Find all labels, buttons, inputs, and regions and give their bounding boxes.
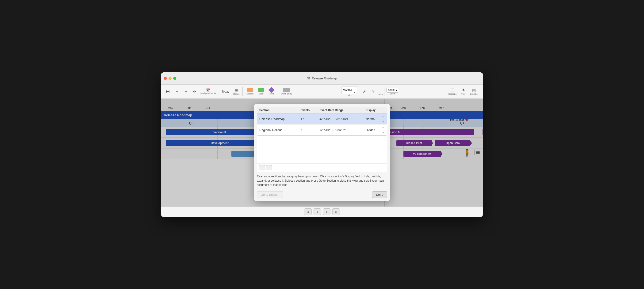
point-icon <box>268 87 274 93</box>
bottom-nav: « ‹ › » <box>161 206 483 217</box>
close-button[interactable] <box>164 77 167 80</box>
sections-table: Section Events Event Date Range Display … <box>257 107 387 135</box>
table-header-row: Section Events Event Date Range Display <box>257 107 387 114</box>
cell-display[interactable]: Hidden ⌃⌄ <box>363 125 387 136</box>
toolbar: ⏮ ← → ⏭ 📅 Navigate Events Today ⊞ Ra <box>161 85 483 99</box>
filter-button[interactable]: ⚗ Filter <box>459 87 467 96</box>
calendar-icon: 📅 <box>206 88 210 92</box>
cell-date-range: 4/1/2020 – 3/31/2021 <box>317 114 363 125</box>
minimize-button[interactable] <box>168 77 172 80</box>
col-section: Section <box>257 107 298 114</box>
display-stepper-0[interactable]: ⌃⌄ <box>382 115 385 123</box>
add-section-button[interactable]: + <box>259 165 265 170</box>
window-title: 📅 Release Roadmap <box>307 77 337 80</box>
titlebar: 📅 Release Roadmap <box>161 72 483 85</box>
done-button[interactable]: Done <box>372 191 387 198</box>
scale-group: ⤢ ⤡ Scale <box>359 87 384 96</box>
nav-prev-button[interactable]: ‹ <box>314 208 321 215</box>
scale-fit-icon: ⤢ <box>363 89 366 94</box>
units-chevron-icon: ⌃⌄ <box>353 87 355 94</box>
units-group: Months ⌃⌄ Units <box>340 87 358 96</box>
modal-help-text: Rearrange sections by dragging them up o… <box>257 174 387 187</box>
quick-entry-button[interactable]: Quick Entry <box>279 87 294 96</box>
zoom-group: 100% ▾ Zoom <box>385 87 400 96</box>
modal-table-area: Section Events Event Date Range Display … <box>257 107 387 136</box>
section-span-point-group: Section Span Point <box>244 87 277 96</box>
scale-reset-icon: ⤡ <box>372 89 375 94</box>
maximize-button[interactable] <box>173 77 176 80</box>
remove-section-button[interactable]: − <box>266 165 272 170</box>
section-icon <box>247 88 253 92</box>
nav-back-icon: ← <box>175 89 179 94</box>
nav-first-icon: ⏮ <box>166 89 170 94</box>
nav-forward-button[interactable]: → <box>182 88 190 94</box>
zoom-selector[interactable]: 100% ▾ <box>386 88 399 93</box>
scale-fit-button[interactable]: ⤢ <box>360 88 368 95</box>
col-date-range: Event Date Range <box>317 107 363 114</box>
right-toolbar-group: ☰ Sections ⚗ Filter ▤ Inspector <box>446 87 481 96</box>
nav-first-button[interactable]: ⏮ <box>164 88 172 94</box>
main-content: May Jun Jul Release Roadmap Q2 <box>161 99 483 206</box>
app-window: 📅 Release Roadmap ⏮ ← → ⏭ 📅 Navigate Eve… <box>161 72 483 217</box>
go-to-section-button[interactable]: Go to Section <box>257 191 283 198</box>
cell-section: Release Roadmap <box>257 114 298 125</box>
zoom-chevron-icon: ▾ <box>396 89 397 92</box>
span-icon <box>258 88 264 92</box>
sections-modal: Section Events Event Date Range Display … <box>254 104 390 201</box>
today-button[interactable]: Today <box>220 89 231 94</box>
cell-events: 17 <box>298 114 317 125</box>
navigate-group: ⏮ ← → ⏭ 📅 Navigate Events <box>163 87 218 96</box>
modal-overlay: Section Events Event Date Range Display … <box>161 99 483 206</box>
nav-last-button[interactable]: ⏭ <box>190 88 199 94</box>
inspector-icon: ▤ <box>472 88 476 92</box>
window-controls <box>164 77 176 80</box>
table-row[interactable]: Regional Rollout 7 7/1/2020 – 1/3/2021 H… <box>257 125 387 136</box>
sections-icon: ☰ <box>451 88 454 92</box>
range-button[interactable]: ⊞ Range <box>232 87 242 96</box>
filter-icon: ⚗ <box>462 88 465 92</box>
nav-back-button[interactable]: ← <box>173 88 181 94</box>
nav-last-icon: ⏭ <box>193 89 197 94</box>
nav-last-button[interactable]: » <box>332 208 340 215</box>
range-icon: ⊞ <box>235 88 238 92</box>
modal-empty-area <box>257 136 387 164</box>
title-icon: 📅 <box>307 77 310 80</box>
modal-footer: Go to Section Done <box>254 189 390 201</box>
cell-events: 7 <box>298 125 317 136</box>
table-row[interactable]: Release Roadmap 17 4/1/2020 – 3/31/2021 … <box>257 114 387 125</box>
point-button[interactable]: Point <box>266 87 276 96</box>
display-stepper-1[interactable]: ⌃⌄ <box>382 126 385 134</box>
nav-first-button[interactable]: « <box>304 208 312 215</box>
quick-entry-icon <box>283 88 290 92</box>
col-events: Events <box>298 107 317 114</box>
cell-section: Regional Rollout <box>257 125 298 136</box>
span-button[interactable]: Span <box>256 87 266 96</box>
sections-button[interactable]: ☰ Sections <box>446 87 458 96</box>
nav-next-button[interactable]: › <box>323 208 330 215</box>
inspector-button[interactable]: ▤ Inspector <box>468 87 480 96</box>
quick-entry-group: Quick Entry <box>278 87 295 96</box>
cell-display[interactable]: Normal ⌃⌄ <box>363 114 387 125</box>
modal-toolbar: + − <box>257 164 387 172</box>
nav-forward-icon: → <box>184 89 188 94</box>
cell-date-range: 7/1/2020 – 1/3/2021 <box>317 125 363 136</box>
col-display: Display <box>363 107 387 114</box>
today-range-group: Today ⊞ Range <box>219 87 243 96</box>
units-selector[interactable]: Months ⌃⌄ <box>341 86 357 94</box>
scale-reset-button[interactable]: ⤡ <box>369 88 378 95</box>
section-button[interactable]: Section <box>244 87 255 96</box>
